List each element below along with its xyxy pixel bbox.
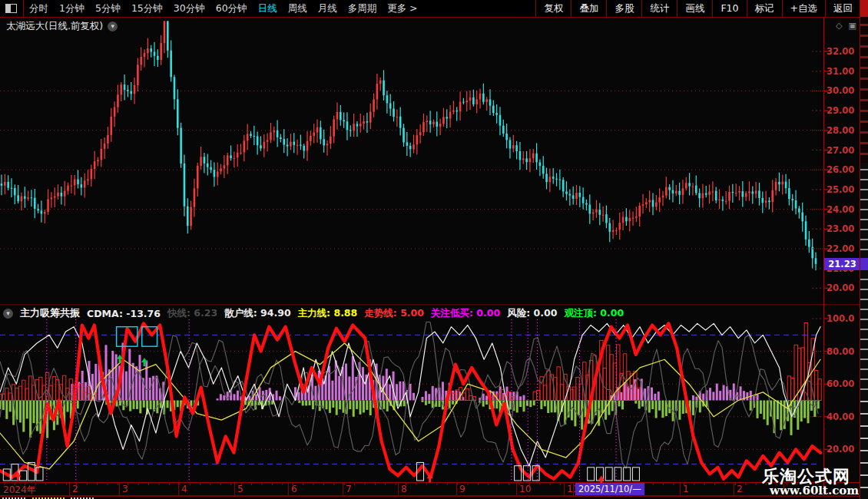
date-separator [516, 483, 517, 495]
current-date-tag: 2025/11/10/— [575, 483, 644, 495]
price-tick-label: 31.00 [827, 66, 860, 77]
price-tick-label: 23.00 [827, 223, 860, 234]
strip-red-header [860, 0, 868, 17]
indicator-name: 主力吸筹共振 [20, 306, 80, 320]
date-label: 5 [237, 484, 244, 494]
stock-title-row: 太湖远大(日线.前复权) ▾ [6, 20, 118, 33]
date-label: 2 [737, 484, 743, 494]
strip-red-text-clipped [860, 17, 868, 163]
trading-terminal-window: 分时1分钟5分钟15分钟30分钟60分钟日线周线月线多周期更多 > 复权叠加多股… [0, 0, 868, 499]
indicator-field: 观注顶: 0.00 [564, 307, 624, 320]
clipped-status-strip [0, 496, 860, 499]
watermark: 乐淘公式网 www.60lt.com [762, 468, 859, 497]
indicator-tick-label: 60.00 [827, 378, 860, 389]
stock-title: 太湖远大(日线.前复权) [6, 20, 103, 33]
tool-button-复权[interactable]: 复权 [535, 0, 571, 17]
period-tab-更多 >[interactable]: 更多 > [382, 2, 422, 15]
indicator-tick-label: 100.0 [827, 313, 860, 324]
strip-white-text-clipped [860, 163, 868, 393]
price-tick-label: 20.00 [827, 283, 860, 293]
date-label: 7 [346, 484, 352, 494]
price-tick-label: 24.00 [827, 204, 860, 215]
tool-button-返回[interactable]: 返回 [825, 0, 860, 17]
date-separator [343, 483, 343, 495]
date-separator [734, 483, 734, 495]
chart-corner-icons: ◇▣ [836, 21, 856, 31]
date-label: 10 [519, 484, 531, 494]
last-price-tag: 21.23 [824, 258, 860, 270]
tool-button-统计[interactable]: 统计 [641, 0, 677, 17]
period-tab-30分钟[interactable]: 30分钟 [168, 2, 210, 15]
date-label: 6 [291, 484, 297, 494]
period-tab-多周期[interactable]: 多周期 [343, 2, 383, 15]
tool-button-+自选[interactable]: +自选 [782, 0, 825, 17]
date-label: 2 [72, 484, 78, 494]
tool-button-叠加[interactable]: 叠加 [571, 0, 606, 17]
date-separator [288, 483, 289, 495]
indicator-field: 关注低买: 0.00 [431, 307, 500, 320]
period-tab-月线[interactable]: 月线 [313, 2, 343, 15]
period-tabs: 分时1分钟5分钟15分钟30分钟60分钟日线周线月线多周期更多 > [24, 2, 423, 15]
date-separator [178, 483, 179, 495]
date-label: 8 [401, 484, 407, 494]
indicator-field: 快线: 6.23 [167, 307, 217, 320]
tool-button-画线[interactable]: 画线 [677, 0, 712, 17]
chevron-down-circle-icon[interactable]: ▾ [3, 309, 13, 319]
charts-canvas[interactable] [0, 0, 868, 499]
date-separator [573, 483, 574, 495]
date-separator [456, 483, 457, 495]
price-tick-label: 22.00 [827, 243, 860, 254]
date-label: 9 [459, 484, 465, 494]
price-tick-label: 32.00 [827, 46, 860, 57]
indicator-field: 风险: 0.00 [507, 307, 557, 320]
date-separator [234, 483, 235, 495]
diamond-icon[interactable]: ◇ [836, 21, 842, 31]
date-axis[interactable]: 2025/11/10/— 2024年23456789101112 [0, 483, 860, 495]
period-toolbar: 分时1分钟5分钟15分钟30分钟60分钟日线周线月线多周期更多 > 复权叠加多股… [0, 0, 860, 18]
tool-button-多股[interactable]: 多股 [606, 0, 641, 17]
date-label: 3 [122, 484, 128, 494]
date-separator [398, 483, 399, 495]
candles [2, 21, 816, 270]
period-tab-60分钟[interactable]: 60分钟 [210, 2, 253, 15]
date-separator [119, 483, 120, 495]
date-separator [69, 483, 70, 495]
panel-toggle-icon[interactable] [5, 4, 17, 13]
chevron-down-circle-icon[interactable]: ▾ [108, 21, 118, 31]
date-separator [564, 483, 565, 495]
watermark-site-name: 乐淘公式网 [762, 468, 859, 485]
indicator-tick-label: 40.00 [827, 411, 860, 422]
indicator-tick-label: 80.00 [827, 346, 860, 357]
period-tab-15分钟[interactable]: 15分钟 [126, 2, 168, 15]
price-tick-label: 28.00 [827, 125, 860, 136]
indicator-header: ▾ 主力吸筹共振 CDMA: -13.76快线: 6.23散户线: 94.90主… [3, 306, 624, 320]
indicator-field: 走势线: 5.00 [364, 307, 424, 320]
period-tab-分时[interactable]: 分时 [24, 2, 54, 15]
date-label: 2024年 [3, 484, 36, 497]
period-tab-5分钟[interactable]: 5分钟 [90, 2, 126, 15]
price-tick-label: 25.00 [827, 184, 860, 195]
period-tab-日线[interactable]: 日线 [253, 2, 283, 15]
tool-button-F10[interactable]: F10 [712, 0, 746, 17]
tools-menu: 复权叠加多股统计画线F10标记+自选返回 [535, 0, 860, 17]
right-side-vertical-tab-strip[interactable] [860, 0, 868, 499]
indicator-tick-label: 20.00 [827, 444, 860, 454]
price-tick-label: 30.00 [827, 85, 860, 96]
strip-price-tag-sliver [860, 258, 868, 270]
period-tab-1分钟[interactable]: 1分钟 [54, 2, 90, 15]
indicator-field: 散户线: 94.90 [224, 307, 290, 320]
indicator-field: 主力线: 8.88 [298, 307, 358, 320]
indicator-field: CDMA: -13.76 [87, 308, 161, 319]
strip-lower-text-clipped [860, 393, 868, 499]
date-separator [680, 483, 681, 495]
watermark-site-url: www.60lt.com [770, 485, 859, 497]
tool-button-标记[interactable]: 标记 [747, 0, 782, 17]
price-tick-label: 27.00 [827, 145, 860, 156]
date-label: 1 [683, 484, 689, 494]
period-tab-周线[interactable]: 周线 [283, 2, 313, 15]
date-label: 4 [181, 484, 187, 494]
window-icon[interactable]: ▣ [848, 21, 856, 31]
price-tick-label: 29.00 [827, 105, 860, 116]
price-tick-label: 26.00 [827, 164, 860, 175]
